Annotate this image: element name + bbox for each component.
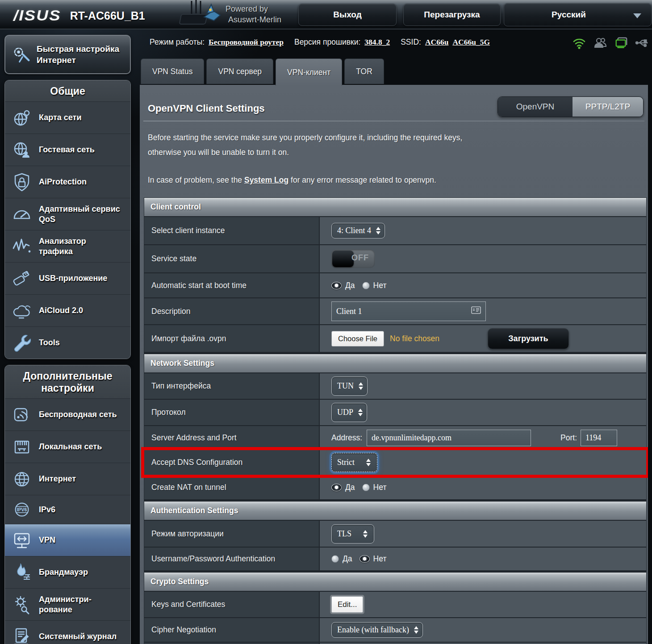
upload-button[interactable]: Загрузить bbox=[488, 328, 569, 349]
sidebar-item-aicloud[interactable]: AiCloud 2.0 bbox=[5, 294, 130, 326]
system-log-link[interactable]: System Log bbox=[244, 176, 288, 184]
ssid-label: SSID: bbox=[401, 38, 421, 47]
usb-status-icon[interactable] bbox=[635, 36, 649, 50]
usb-stick-icon bbox=[5, 268, 39, 289]
row-select-client-instance: Select client instance 4: Client 4 bbox=[144, 217, 646, 244]
sidebar-item-qos[interactable]: Адаптивный сервис QoS bbox=[5, 198, 130, 230]
wrench-icon bbox=[5, 332, 39, 354]
row-auth-mode: Режим авторизации TLS bbox=[144, 521, 646, 547]
sidebar-item-tools[interactable]: Tools bbox=[5, 326, 130, 359]
cloud-icon bbox=[5, 300, 39, 322]
row-interface-type: Тип интерфейса TUN bbox=[144, 373, 646, 399]
firmware-label: Версия прошивки: bbox=[294, 38, 360, 47]
settings-table: Client control Select client instance 4:… bbox=[144, 197, 647, 644]
select-arrows-icon bbox=[359, 382, 363, 390]
radio-selected-icon bbox=[359, 555, 370, 563]
sidebar-item-usb-application[interactable]: USB-приложение bbox=[5, 262, 130, 294]
language-dropdown[interactable]: Русский bbox=[504, 3, 652, 26]
openvpn-toggle-button[interactable]: OpenVPN bbox=[498, 97, 573, 117]
protocol-select[interactable]: UDP bbox=[331, 403, 367, 422]
section-crypto-settings: Crypto Settings bbox=[144, 573, 646, 591]
port-label: Port: bbox=[560, 433, 577, 443]
sidebar-item-ipv6[interactable]: IPV6 IPv6 bbox=[5, 495, 130, 524]
userpass-no-radio[interactable]: Нет bbox=[359, 554, 387, 564]
shield-icon bbox=[5, 171, 39, 193]
row-cipher-negotiation: Cipher Negotiation Enable (with fallback… bbox=[144, 618, 646, 642]
address-label: Address: bbox=[331, 433, 362, 443]
wifi-status-icon[interactable] bbox=[572, 36, 586, 50]
networkmap-status-icon[interactable] bbox=[614, 36, 628, 50]
reboot-button[interactable]: Перезагрузка bbox=[403, 4, 501, 26]
sidebar-item-aiprotection[interactable]: AiProtection bbox=[5, 166, 130, 198]
select-arrows-icon bbox=[414, 626, 418, 634]
ssid-5g-link[interactable]: AC66u_5G bbox=[452, 38, 490, 47]
clients-status-icon[interactable] bbox=[593, 36, 607, 50]
sidebar-item-firewall[interactable]: Брандмауэр bbox=[5, 556, 130, 588]
nat-yes-radio[interactable]: Да bbox=[331, 483, 355, 492]
select-arrows-icon bbox=[376, 227, 380, 234]
guest-network-icon bbox=[5, 139, 39, 161]
row-service-state: Service state OFF bbox=[144, 245, 646, 272]
wireless-icon bbox=[5, 404, 39, 426]
system-log-icon bbox=[5, 626, 39, 644]
powered-by: Powered by Asuswrt-Merlin bbox=[226, 4, 281, 25]
autostart-no-radio[interactable]: Нет bbox=[362, 281, 387, 290]
title-divider bbox=[143, 121, 644, 121]
sidebar-item-administration[interactable]: Администри-рование bbox=[5, 588, 130, 620]
ssid-2g-link[interactable]: AC66u bbox=[425, 38, 449, 47]
section-network-settings: Network Settings bbox=[144, 354, 646, 372]
sidebar-item-internet[interactable]: Интернет bbox=[5, 463, 130, 495]
client-instance-select[interactable]: 4: Client 4 bbox=[331, 223, 385, 238]
tab-tor[interactable]: TOR bbox=[344, 59, 384, 84]
select-arrows-icon bbox=[358, 409, 363, 416]
userpass-yes-radio[interactable]: Да bbox=[331, 554, 352, 564]
sidebar: Быстрая настройка Интернет Общие Карта с… bbox=[4, 35, 131, 644]
section-authentication-settings: Authentication Settings bbox=[144, 502, 646, 520]
ipv6-globe-icon: IPV6 bbox=[5, 499, 39, 520]
choose-file-button[interactable]: Choose File bbox=[331, 331, 384, 347]
auth-mode-select[interactable]: TLS bbox=[331, 524, 374, 544]
cipher-negotiation-select[interactable]: Enable (with fallback) bbox=[331, 622, 423, 638]
tab-vpn-server[interactable]: VPN сервер bbox=[206, 59, 273, 84]
description-input[interactable]: Client 1 bbox=[331, 301, 486, 321]
radio-selected-icon bbox=[331, 484, 342, 491]
logout-button[interactable]: Выход bbox=[298, 4, 397, 26]
file-status-text: No file chosen bbox=[390, 334, 439, 343]
vpn-type-switch: OpenVPN PPTP/L2TP bbox=[497, 96, 644, 117]
address-card-icon bbox=[471, 306, 481, 316]
mode-link[interactable]: Беспроводной роутер bbox=[209, 38, 284, 47]
firewall-flame-icon bbox=[5, 562, 39, 583]
firmware-link[interactable]: 384.8_2 bbox=[364, 38, 390, 47]
autostart-yes-radio[interactable]: Да bbox=[331, 281, 355, 290]
row-keys-certificates: Keys and Certificates Edit... bbox=[144, 592, 646, 617]
network-map-icon bbox=[5, 107, 39, 129]
sidebar-item-lan[interactable]: Локальная сеть bbox=[5, 431, 130, 463]
quick-setup-icon bbox=[5, 43, 37, 66]
sidebar-item-network-map[interactable]: Карта сети bbox=[5, 101, 130, 134]
server-address-input[interactable]: de.vpnunlimitedapp.com bbox=[367, 430, 531, 446]
tab-vpn-status[interactable]: VPN Status bbox=[141, 59, 204, 84]
tab-vpn-client[interactable]: VPN-клиент bbox=[276, 59, 342, 86]
row-create-nat: Create NAT on tunnel Да Нет bbox=[144, 476, 646, 499]
row-protocol: Протокол UDP bbox=[144, 400, 646, 425]
sidebar-item-traffic-analyzer[interactable]: Анализатор трафика bbox=[5, 230, 130, 262]
status-icons bbox=[572, 36, 649, 50]
pptp-l2tp-toggle-button[interactable]: PPTP/L2TP bbox=[573, 97, 643, 117]
firmware-infobar: Режим работы: Беспроводной роутер Версия… bbox=[150, 38, 490, 47]
service-state-toggle[interactable]: OFF bbox=[331, 250, 375, 268]
accept-dns-select[interactable]: Strict bbox=[331, 453, 377, 472]
sidebar-item-system-log[interactable]: Системный журнал bbox=[5, 620, 130, 644]
nat-no-radio[interactable]: Нет bbox=[362, 483, 387, 492]
vpn-tabs: VPN Status VPN сервер VPN-клиент TOR bbox=[141, 59, 384, 86]
sidebar-item-guest-network[interactable]: Гостевая сеть bbox=[5, 134, 130, 166]
radio-unselected-icon bbox=[331, 555, 339, 563]
intro-text: Before starting the service make sure yo… bbox=[148, 130, 648, 188]
sidebar-item-vpn[interactable]: VPN bbox=[5, 524, 130, 556]
interface-type-select[interactable]: TUN bbox=[331, 376, 368, 396]
quick-setup-button[interactable]: Быстрая настройка Интернет bbox=[4, 35, 131, 74]
sidebar-item-wireless[interactable]: Беспроводная сеть bbox=[5, 398, 130, 431]
server-port-input[interactable]: 1194 bbox=[581, 430, 617, 446]
edit-keys-button[interactable]: Edit... bbox=[331, 596, 363, 613]
chevron-down-icon bbox=[633, 13, 641, 18]
row-description: Description Client 1 bbox=[144, 298, 646, 324]
